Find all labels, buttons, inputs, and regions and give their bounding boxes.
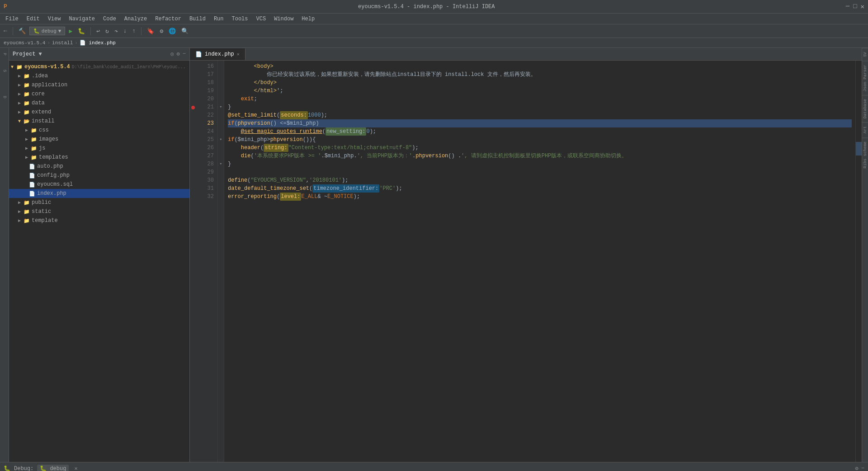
menu-file[interactable]: File — [2, 15, 22, 23]
menu-run[interactable]: Run — [210, 15, 227, 23]
project-locate-icon[interactable]: ◎ — [170, 51, 174, 57]
fg-21: ▾ — [218, 103, 224, 111]
menu-edit[interactable]: Edit — [23, 15, 43, 23]
tree-extend[interactable]: ▶ 📁 extend — [9, 108, 189, 117]
js-folder-icon: 📁 — [31, 146, 37, 151]
js-arrow: ▶ — [25, 146, 31, 151]
database-icon[interactable]: D — [2, 94, 7, 99]
menu-refactor[interactable]: Refactor — [151, 15, 185, 23]
search-button[interactable]: 🔍 — [179, 27, 190, 36]
code-line-17: 你已经安装过该系统，如果想重新安装，请先删除站点install目录下的 inst… — [228, 71, 852, 79]
side-tab-art[interactable]: Art — [862, 122, 868, 137]
tree-index-php[interactable]: 📄 index.php — [9, 189, 189, 198]
tree-templates[interactable]: ▶ 📁 templates — [9, 153, 189, 162]
templates-name: templates — [39, 154, 68, 160]
settings-button[interactable]: ⚙ — [158, 27, 165, 36]
tree-template[interactable]: ▶ 📁 template — [9, 216, 189, 225]
menu-code[interactable]: Code — [99, 15, 120, 23]
menu-view[interactable]: View — [44, 15, 65, 23]
tree-core[interactable]: ▶ 📁 core — [9, 89, 189, 99]
ln-21: 21 — [196, 103, 217, 111]
debug-header-icons[interactable]: ⚙ − — [855, 465, 864, 471]
tab-php-icon: 📄 — [195, 51, 202, 58]
tree-sql[interactable]: 📄 eyoucms.sql — [9, 180, 189, 189]
minimize-button[interactable]: ─ — [846, 3, 849, 10]
fg-27 — [218, 152, 224, 160]
tree-idea[interactable]: ▶ 📁 .idea — [9, 71, 189, 80]
close-button[interactable]: ✕ — [861, 3, 864, 10]
sql-name: eyoucms.sql — [37, 181, 73, 188]
tree-images[interactable]: ▶ 📁 images — [9, 135, 189, 144]
tree-config-php[interactable]: 📄 config.php — [9, 171, 189, 180]
side-tab-sv[interactable]: SV — [862, 48, 868, 61]
templates-folder-icon: 📁 — [31, 155, 37, 160]
root-name: eyoucms-v1.5.4 — [24, 64, 70, 70]
debug-config-button[interactable]: 🐛 debug ▼ — [29, 27, 66, 35]
bc-file[interactable]: 📄 index.php — [80, 40, 116, 46]
ln-24: 24 — [196, 127, 217, 136]
tree-css[interactable]: ▶ 📁 css — [9, 126, 189, 135]
menu-build[interactable]: Build — [186, 15, 209, 23]
menu-vcs[interactable]: VCS — [253, 15, 270, 23]
bookmark-button[interactable]: 🔖 — [145, 27, 156, 36]
project-settings-icon[interactable]: ⚙ — [177, 51, 180, 57]
debug-run-button[interactable]: 🐛 — [76, 27, 87, 36]
menu-analyze[interactable]: Analyze — [121, 15, 151, 23]
fn-phpversion-27: phpversion — [415, 152, 448, 160]
debug-tab-close[interactable]: ✕ — [74, 465, 77, 471]
side-tab-ribs[interactable]: Ribs scheme — [862, 137, 868, 172]
template-name: template — [32, 217, 58, 224]
window-controls[interactable]: ─ □ ✕ — [846, 3, 864, 10]
back-button[interactable]: ← — [2, 27, 9, 35]
step-over-button[interactable]: ↷ — [113, 27, 120, 36]
bp-23[interactable] — [191, 106, 195, 109]
tab-close-icon[interactable]: ✕ — [237, 52, 240, 57]
main-container: P S D Project ▼ ◎ ⚙ − ▼ 📁 eyoucms-v1.5.4… — [0, 48, 868, 462]
step-out-button[interactable]: ↑ — [131, 27, 138, 35]
structure-icon[interactable]: S — [2, 68, 7, 73]
project-icon[interactable]: P — [2, 52, 7, 57]
ln-31: 31 — [196, 184, 217, 193]
css-arrow: ▶ — [25, 127, 31, 133]
update-button[interactable]: ↻ — [104, 27, 111, 36]
menu-help[interactable]: Help — [298, 15, 318, 23]
step-into-button[interactable]: ↓ — [122, 27, 129, 35]
extend-folder-icon: 📁 — [24, 109, 30, 115]
const-e-all: E_ALL — [301, 193, 317, 201]
menu-tools[interactable]: Tools — [228, 15, 252, 23]
debug-minimize-icon[interactable]: − — [861, 465, 864, 471]
run-button[interactable]: ▶ — [67, 27, 74, 36]
tree-static[interactable]: ▶ 📁 static — [9, 207, 189, 216]
bc-install[interactable]: install — [52, 40, 73, 46]
translate-button[interactable]: 🌐 — [167, 27, 178, 36]
tree-root[interactable]: ▼ 📁 eyoucms-v1.5.4 D:\file_bank\code_aud… — [9, 62, 189, 71]
tree-install[interactable]: ▼ 📂 install — [9, 117, 189, 126]
bp-27 — [191, 129, 195, 133]
menu-window[interactable]: Window — [270, 15, 297, 23]
project-minimize-icon[interactable]: − — [183, 51, 186, 57]
tree-js[interactable]: ▶ 📁 js — [9, 144, 189, 153]
menu-navigate[interactable]: Navigate — [65, 15, 99, 23]
debug-settings-icon[interactable]: ⚙ — [855, 465, 859, 471]
code-content[interactable]: <body> 你已经安装过该系统，如果想重新安装，请先删除站点install目录… — [224, 61, 855, 462]
str-die-msg: '本系统要求PHP版本 >= ' — [254, 152, 321, 160]
bc-root[interactable]: eyoucms-v1.5.4 — [4, 40, 45, 46]
side-tab-json[interactable]: Json Parser — [862, 61, 868, 95]
var-mini-php-25: $mini_php — [238, 136, 267, 144]
tree-application[interactable]: ▶ 📁 application — [9, 80, 189, 89]
build-button[interactable]: 🔨 — [17, 27, 28, 36]
tree-data[interactable]: ▶ 📁 data — [9, 99, 189, 108]
project-tree[interactable]: ▼ 📁 eyoucms-v1.5.4 D:\file_bank\code_aud… — [9, 61, 189, 462]
app-icon: P — [4, 3, 7, 10]
tree-auto-php[interactable]: 📄 auto.php — [9, 162, 189, 171]
project-panel-icons[interactable]: ◎ ⚙ − — [170, 51, 186, 57]
code-line-27: die('本系统要求PHP版本 >= '.$mini_php.', 当前PHP版… — [228, 152, 852, 160]
tree-public[interactable]: ▶ 📁 public — [9, 198, 189, 207]
side-tab-database[interactable]: Database — [862, 95, 868, 122]
maximize-button[interactable]: □ — [853, 3, 857, 10]
tab-index-php[interactable]: 📄 index.php ✕ — [190, 48, 245, 60]
core-arrow: ▶ — [18, 91, 24, 97]
revert-button[interactable]: ↩ — [94, 27, 102, 36]
ln-26: 26 — [196, 144, 217, 152]
str-prc: 'PRC' — [379, 184, 396, 193]
